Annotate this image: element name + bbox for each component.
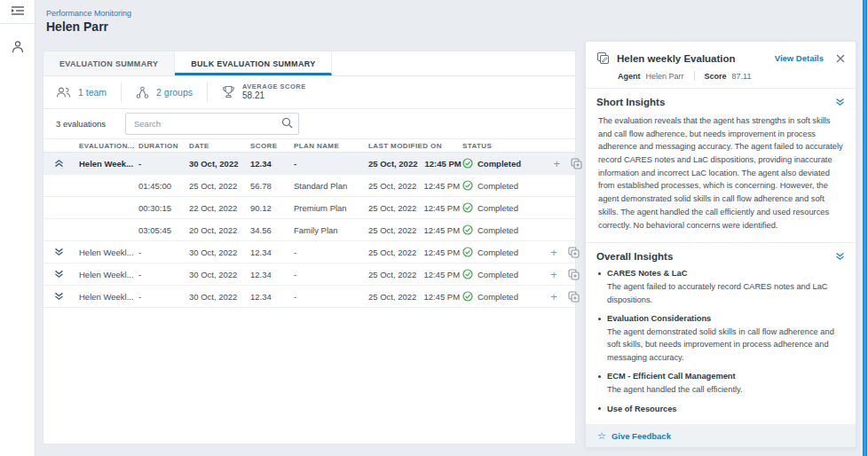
cell-evaluation-name: Helen Week...	[79, 159, 138, 169]
sidebar-item-user[interactable]	[0, 29, 35, 65]
table-header: EVALUATION... DURATION DATE SCORE PLAN N…	[43, 138, 575, 153]
modified-date: 25 Oct, 2022	[368, 203, 416, 213]
duplicate-icon[interactable]	[568, 269, 580, 280]
panel-title: Helen weekly Evaluation	[617, 53, 775, 64]
completed-check-icon	[462, 269, 473, 279]
completed-check-icon	[462, 247, 473, 257]
add-icon[interactable]: +	[550, 247, 557, 258]
team-count-label: 1 team	[78, 87, 107, 98]
expand-chevron-icon[interactable]	[54, 270, 79, 279]
stat-groups[interactable]: 2 groups	[122, 86, 207, 99]
modified-time: 12:45 PM	[423, 292, 460, 302]
duplicate-icon[interactable]	[568, 291, 580, 303]
duplicate-icon[interactable]	[571, 158, 582, 169]
cell-score: 12.34	[250, 270, 294, 279]
table-row[interactable]: Helen Week... - 30 Oct, 2022 12.34 - 25 …	[43, 153, 575, 175]
expand-chevron-icon[interactable]	[54, 292, 79, 301]
table-row[interactable]: Helen Weekl... - 30 Oct, 2022 12.34 - 25…	[43, 241, 575, 263]
cell-evaluation-name: Helen Weekl...	[79, 270, 138, 279]
overall-insights-title: Overall Insights	[596, 251, 673, 262]
cell-duration: 03:05:45	[138, 225, 189, 235]
cell-date: 30 Oct, 2022	[189, 270, 250, 279]
list-item: CARES Notes & LaC The agent failed to ac…	[598, 269, 843, 306]
close-icon[interactable]	[836, 54, 845, 63]
cell-plan: -	[294, 270, 368, 279]
table-subrow[interactable]: 00:30:15 22 Oct, 2022 90.12 Premium Plan…	[43, 197, 575, 219]
modified-date: 25 Oct, 2022	[368, 159, 417, 169]
tab-bulk-evaluation-summary[interactable]: BULK EVALUATION SUMMARY	[175, 51, 332, 75]
give-feedback-button[interactable]: ☆ Give Feedback	[586, 424, 856, 447]
view-details-link[interactable]: View Details	[775, 53, 824, 63]
cell-score: 12.34	[250, 248, 294, 257]
evaluation-insights-panel: Helen weekly Evaluation View Details Age…	[585, 41, 856, 448]
cell-status: Completed	[462, 269, 518, 279]
cell-duration: -	[138, 248, 189, 257]
table-row[interactable]: Helen Weekl... - 30 Oct, 2022 12.34 - 25…	[43, 263, 575, 286]
insight-text: The agent demonstrated solid skills in c…	[607, 326, 843, 364]
completed-check-icon	[462, 224, 473, 235]
col-evaluation[interactable]: EVALUATION...	[79, 142, 138, 150]
status-label: Completed	[477, 159, 521, 169]
bullet-dot	[598, 375, 601, 378]
expand-chevron-icon[interactable]	[54, 248, 79, 256]
col-duration[interactable]: DURATION	[138, 142, 189, 150]
cell-duration: 01:45:00	[138, 181, 189, 191]
col-modified[interactable]: LAST MODIFIED ON	[368, 142, 462, 150]
search-input[interactable]	[125, 113, 299, 135]
score-value: 87.11	[732, 72, 752, 81]
cell-score: 90.12	[250, 203, 294, 213]
cell-date: 25 Oct, 2022	[189, 181, 250, 191]
insight-title: Evaluation Considerations	[607, 314, 711, 323]
give-feedback-label: Give Feedback	[612, 431, 671, 441]
col-score[interactable]: SCORE	[250, 142, 294, 150]
col-date[interactable]: DATE	[189, 142, 250, 150]
cell-plan: Premium Plan	[294, 203, 368, 213]
col-plan[interactable]: PLAN NAME	[294, 142, 368, 150]
collapse-section-icon[interactable]	[835, 252, 845, 261]
cell-plan: Family Plan	[294, 225, 368, 235]
add-icon[interactable]: +	[554, 158, 561, 169]
insight-title: CARES Notes & LaC	[607, 269, 687, 278]
cell-score: 12.34	[250, 292, 294, 302]
collapse-section-icon[interactable]	[835, 98, 845, 106]
breadcrumb[interactable]: Performance Monitoring	[46, 9, 131, 18]
stat-average-score: AVERAGE SCORE 58.21	[208, 83, 320, 102]
cell-last-modified: 25 Oct, 2022 12:45 PM	[368, 159, 462, 169]
col-status[interactable]: STATUS	[462, 142, 492, 150]
sidebar-menu-button[interactable]	[0, 0, 35, 24]
page-scrollbar[interactable]	[863, 0, 867, 456]
table-subrow[interactable]: 01:45:00 25 Oct, 2022 56.78 Standard Pla…	[43, 175, 575, 197]
table-row[interactable]: Helen Weekl... - 30 Oct, 2022 12.34 - 25…	[43, 286, 575, 308]
cell-evaluation-name: Helen Weekl...	[79, 248, 138, 257]
add-icon[interactable]: +	[550, 291, 557, 303]
menu-collapse-icon	[11, 5, 25, 18]
cell-date: 30 Oct, 2022	[189, 248, 250, 257]
modified-time: 12:45 PM	[423, 248, 460, 257]
tab-evaluation-summary[interactable]: EVALUATION SUMMARY	[43, 51, 175, 75]
cell-last-modified: 25 Oct, 2022 12:45 PM	[368, 181, 462, 191]
collapse-chevron-icon[interactable]	[54, 159, 79, 168]
cell-duration: -	[138, 270, 189, 279]
add-icon[interactable]: +	[550, 269, 557, 280]
cell-last-modified: 25 Oct, 2022 12:45 PM	[368, 203, 462, 213]
stat-team[interactable]: 1 team	[56, 86, 121, 98]
evaluation-card: EVALUATION SUMMARY BULK EVALUATION SUMMA…	[43, 51, 576, 444]
cell-score: 56.78	[250, 181, 294, 191]
completed-check-icon	[462, 202, 473, 213]
duplicate-icon[interactable]	[568, 247, 580, 258]
modified-time: 12:45 PM	[423, 203, 460, 213]
modified-date: 25 Oct, 2022	[368, 270, 416, 279]
search-icon[interactable]	[281, 117, 293, 130]
modified-time: 12:45 PM	[423, 181, 460, 191]
completed-check-icon	[462, 158, 473, 169]
short-insights-title: Short Insights	[596, 97, 665, 107]
table-subrow[interactable]: 03:05:45 20 Oct, 2022 34.56 Family Plan …	[43, 219, 575, 241]
cell-score: 12.34	[250, 159, 294, 169]
team-icon	[56, 86, 71, 98]
bullet-dot	[598, 318, 601, 320]
cell-plan: -	[294, 248, 368, 257]
status-label: Completed	[477, 248, 518, 257]
agent-label: Agent	[618, 72, 641, 81]
cell-date: 20 Oct, 2022	[189, 225, 250, 235]
agent-name: Helen Parr	[646, 72, 684, 81]
